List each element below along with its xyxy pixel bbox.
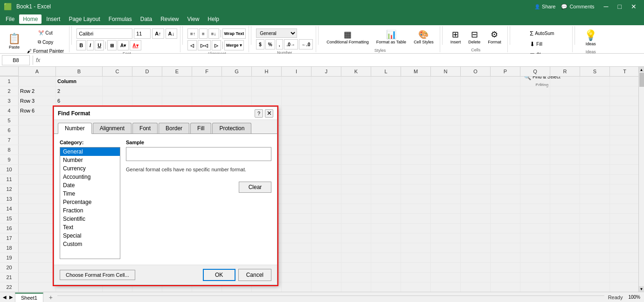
insert-button[interactable]: ⊞ Insert (447, 27, 464, 47)
cell-l1[interactable] (371, 77, 401, 86)
cell-o3[interactable] (461, 96, 491, 105)
cell-t2[interactable] (610, 86, 638, 96)
cell-m2[interactable] (401, 86, 431, 96)
left-align-button[interactable]: ◁ (187, 40, 197, 50)
conditional-format-button[interactable]: ▦ Conditional Formatting (323, 27, 372, 47)
col-header-t[interactable]: T (610, 67, 638, 76)
col-header-h[interactable]: H (252, 67, 282, 76)
category-item-special[interactable]: Special (60, 232, 120, 240)
cut-button[interactable]: ✂️ Cut (25, 29, 66, 37)
col-header-q[interactable]: Q (520, 67, 550, 76)
close-button[interactable]: ✕ (627, 2, 640, 11)
cell-l4[interactable] (371, 106, 401, 115)
cell-h3[interactable] (252, 96, 282, 105)
cell-i1[interactable] (282, 77, 312, 86)
cell-p4[interactable] (491, 106, 520, 115)
cell-b2[interactable]: 2 (56, 86, 103, 96)
menu-page-layout[interactable]: Page Layout (65, 14, 104, 24)
next-sheet-arrow[interactable]: ▶ (8, 295, 14, 300)
italic-button[interactable]: I (87, 40, 94, 50)
paste-button[interactable]: 📋 Paste (5, 30, 24, 52)
increase-font-button[interactable]: A↑ (152, 28, 164, 39)
merge-center-button[interactable]: Merge ▾ (224, 40, 244, 50)
cell-t1[interactable] (610, 77, 638, 86)
menu-home[interactable]: Home (19, 14, 42, 24)
dialog-tab-number[interactable]: Number (58, 123, 92, 134)
menu-review[interactable]: Review (157, 14, 182, 24)
menu-formulas[interactable]: Formulas (105, 14, 136, 24)
cell-r1[interactable] (550, 77, 580, 86)
ideas-button[interactable]: 💡 Ideas (581, 27, 600, 49)
cell-styles-button[interactable]: 🎨 Cell Styles (410, 27, 437, 47)
cell-t3[interactable] (610, 96, 638, 105)
cell-n3[interactable] (431, 96, 461, 105)
format-as-table-button[interactable]: 📊 Format as Table (373, 27, 409, 47)
formula-input[interactable] (42, 56, 642, 64)
prev-sheet-arrow[interactable]: ◀ (2, 295, 7, 300)
scrollbar-up-arrow[interactable]: ▲ (639, 67, 644, 72)
col-header-f[interactable]: F (192, 67, 222, 76)
cell-e3[interactable] (162, 96, 192, 105)
copy-button[interactable]: ⧉ Copy (25, 38, 66, 46)
menu-insert[interactable]: Insert (42, 14, 64, 24)
cell-e1[interactable] (162, 77, 192, 86)
cell-s3[interactable] (580, 96, 610, 105)
cell-k2[interactable] (341, 86, 371, 96)
delete-button[interactable]: ⊟ Delete (465, 27, 484, 47)
increase-decimal-button[interactable]: .0→ (284, 39, 298, 49)
number-format-select[interactable]: General (256, 28, 297, 38)
cell-q1[interactable] (520, 77, 550, 86)
bold-button[interactable]: B (76, 40, 86, 50)
border-button[interactable]: ⊞ (107, 40, 117, 50)
col-header-j[interactable]: J (312, 67, 341, 76)
dialog-tab-fill[interactable]: Fill (190, 123, 211, 133)
cell-j2[interactable] (312, 86, 341, 96)
dialog-cancel-button[interactable]: Cancel (238, 269, 271, 281)
menu-view[interactable]: View (184, 14, 203, 24)
cell-d3[interactable] (132, 96, 162, 105)
col-header-m[interactable]: M (401, 67, 431, 76)
col-header-s[interactable]: S (580, 67, 610, 76)
comments-label[interactable]: Comments (569, 4, 594, 9)
col-header-p[interactable]: P (491, 67, 520, 76)
cell-m1[interactable] (401, 77, 431, 86)
format-button[interactable]: ⚙ Format (485, 27, 505, 47)
col-header-i[interactable]: I (282, 67, 312, 76)
cell-r3[interactable] (550, 96, 580, 105)
dialog-tab-font[interactable]: Font (132, 123, 158, 133)
middle-align-button[interactable]: ≡ (199, 28, 208, 39)
col-header-g[interactable]: G (222, 67, 252, 76)
cell-n4[interactable] (431, 106, 461, 115)
cell-a2[interactable]: Row 2 (19, 86, 56, 96)
category-item-custom[interactable]: Custom (60, 240, 120, 248)
cell-j3[interactable] (312, 96, 341, 105)
cell-c3[interactable] (103, 96, 132, 105)
menu-help[interactable]: Help (204, 14, 223, 24)
cell-f1[interactable] (192, 77, 222, 86)
sheet-tab-sheet1[interactable]: Sheet1 (15, 293, 43, 302)
category-item-accounting[interactable]: Accounting (60, 173, 120, 181)
decrease-font-button[interactable]: A↓ (166, 28, 177, 39)
cell-i2[interactable] (282, 86, 312, 96)
center-align-button[interactable]: ▷◁ (198, 40, 211, 50)
cell-d2[interactable] (132, 86, 162, 96)
col-header-c[interactable]: C (103, 67, 132, 76)
decrease-decimal-button[interactable]: ←.0 (299, 39, 313, 49)
dialog-tab-border[interactable]: Border (159, 123, 189, 133)
font-size-input[interactable] (134, 28, 151, 39)
autosum-button[interactable]: Σ AutoSum (527, 28, 556, 38)
dialog-clear-button[interactable]: Clear (239, 182, 271, 193)
top-align-button[interactable]: ≡↑ (187, 28, 198, 39)
col-header-a[interactable]: A (19, 67, 56, 76)
category-list[interactable]: General Number Currency Accounting Date … (60, 147, 120, 259)
cell-k3[interactable] (341, 96, 371, 105)
cell-g1[interactable] (222, 77, 252, 86)
dialog-tab-protection[interactable]: Protection (212, 123, 251, 133)
menu-file[interactable]: File (2, 14, 18, 24)
col-header-o[interactable]: O (461, 67, 491, 76)
dialog-close-button[interactable]: ✕ (265, 109, 273, 118)
cell-k1[interactable] (341, 77, 371, 86)
cell-f2[interactable] (192, 86, 222, 96)
category-item-time[interactable]: Time (60, 190, 120, 198)
cell-a1[interactable] (19, 77, 56, 86)
